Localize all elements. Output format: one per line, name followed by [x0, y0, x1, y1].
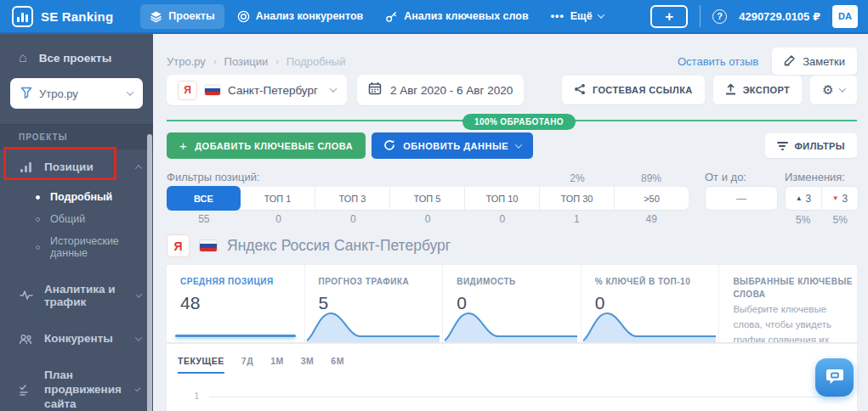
add-keywords-button[interactable]: + ДОБАВИТЬ КЛЮЧЕВЫЕ СЛОВА — [167, 132, 366, 159]
controls-row: Я Санкт-Петербург 2 Авг 2020 - 6 Авг 202… — [167, 75, 857, 105]
metric-card-average-position[interactable]: СРЕДНЯЯ ПОЗИЦИЯ 48 — [167, 265, 304, 342]
filter-tab-over50[interactable]: >50 — [614, 187, 689, 210]
sidebar-subitem-historical[interactable]: Исторические данные — [0, 230, 153, 264]
sidebar-item-analytics-traffic[interactable]: Аналитика и трафик — [0, 274, 153, 317]
export-button[interactable]: ЭКСПОРТ — [713, 76, 803, 104]
date-range-picker[interactable]: 2 Авг 2020 - 6 Авг 2020 — [357, 75, 524, 105]
breadcrumb-positions[interactable]: Позиции — [224, 55, 269, 68]
metric-label: ВЫБРАННЫЕ КЛЮЧЕВЫЕ СЛОВА — [733, 275, 857, 301]
sidebar-scrollbar[interactable] — [147, 134, 152, 411]
breadcrumb-detailed: Подробный — [286, 55, 346, 68]
brand[interactable]: SE Ranking — [12, 6, 113, 27]
period-tab-6m[interactable]: 6М — [331, 356, 344, 374]
sidebar-subitem-overall[interactable]: Общий — [0, 208, 153, 230]
bullet-dot — [36, 245, 40, 250]
period-tab-current[interactable]: ТЕКУЩЕЕ — [178, 356, 224, 374]
count-over50: 49 — [614, 213, 689, 225]
filter-tab-top1[interactable]: ТОП 1 — [241, 187, 315, 210]
refresh-data-button[interactable]: ОБНОВИТЬ ДАННЫЕ — [372, 132, 533, 159]
breadcrumb-row: Утро.ру › Позиции › Подробный Оставить о… — [167, 48, 857, 75]
changes-down-percent: 5% — [822, 214, 859, 226]
target-icon — [237, 10, 250, 23]
avatar[interactable]: DA — [832, 5, 858, 28]
sparkline-chart — [443, 303, 579, 342]
filter-tab-all[interactable]: ВСЕ — [167, 186, 241, 211]
metric-label: % КЛЮЧЕЙ В ТОП-10 — [595, 275, 719, 288]
top-navbar-right: + ? 4290729.0105 ₽ DA — [650, 5, 858, 28]
chart-y-axis-tick: 1 — [187, 391, 199, 401]
report-title: Яндекс Россия Санкт-Петербург — [227, 237, 451, 255]
filter-tab-top10[interactable]: ТОП 10 — [464, 187, 539, 210]
metric-card-selected-keywords[interactable]: ВЫБРАННЫЕ КЛЮЧЕВЫЕ СЛОВА Выберите ключев… — [718, 265, 857, 342]
sidebar-item-positions[interactable]: Позиции — [0, 149, 153, 184]
nav-item-keyword-analysis[interactable]: Анализ ключевых слов — [376, 4, 537, 29]
metric-label: ВИДИМОСТЬ — [457, 275, 581, 288]
home-icon: ⌂ — [19, 51, 27, 65]
metric-cards: СРЕДНЯЯ ПОЗИЦИЯ 48 ПРОГНОЗ ТРАФИКА 5 ВИД… — [167, 265, 857, 342]
top-navbar: SE Ranking Проекты Анализ конкурентов Ан… — [0, 0, 868, 34]
export-icon — [725, 83, 736, 97]
metric-card-keys-in-top10[interactable]: % КЛЮЧЕЙ В ТОП-10 0 — [581, 265, 719, 342]
nav-item-projects[interactable]: Проекты — [140, 4, 224, 29]
calendar-icon — [368, 82, 382, 99]
changes-down-filter[interactable]: ▼ 3 — [821, 187, 858, 210]
sidebar-all-projects[interactable]: ⌂ Все проекты — [0, 34, 153, 65]
filter-tab-top3[interactable]: ТОП 3 — [315, 187, 389, 210]
sparkline-flat — [175, 335, 296, 337]
metric-card-traffic-forecast[interactable]: ПРОГНОЗ ТРАФИКА 5 — [304, 265, 443, 342]
filter-tab-top30[interactable]: ТОП 30 — [539, 187, 614, 210]
notes-button[interactable]: Заметки — [772, 48, 857, 75]
key-icon — [385, 10, 398, 23]
bar-chart-icon — [19, 162, 33, 172]
nav-item-more[interactable]: ••• Ещё — [542, 4, 613, 28]
period-tab-7d[interactable]: 7Д — [241, 356, 253, 374]
period-tab-3m[interactable]: 3М — [301, 356, 315, 374]
sidebar: ⌂ Все проекты Утро.ру ПРОЕКТЫ Позиции По… — [0, 34, 153, 411]
breadcrumb-project[interactable]: Утро.ру — [167, 55, 206, 68]
position-filters: Фильтры позиций: 2% 89% От и до: Изменен… — [153, 168, 868, 228]
top-nav-menu: Проекты Анализ конкурентов Анализ ключев… — [140, 4, 612, 29]
chevron-down-icon — [135, 334, 142, 341]
range-filter-input[interactable]: — — [705, 186, 778, 211]
plus-icon: + — [665, 9, 673, 24]
nav-item-competitor-analysis[interactable]: Анализ конкурентов — [228, 4, 373, 29]
se-ranking-logo-icon — [12, 6, 33, 27]
layers-icon — [150, 10, 162, 23]
period-tab-1m[interactable]: 1М — [270, 356, 284, 374]
feedback-link[interactable]: Оставить отзыв — [678, 55, 758, 68]
breadcrumb-separator: › — [275, 56, 279, 66]
chart-gridline — [209, 397, 838, 397]
bullet-dot — [36, 217, 40, 222]
filter-tab-top5[interactable]: ТОП 5 — [389, 187, 464, 210]
search-engine-selector[interactable]: Я Санкт-Петербург — [167, 75, 347, 105]
account-balance[interactable]: 4290729.0105 ₽ — [739, 10, 820, 23]
filters-button[interactable]: ФИЛЬТРЫ — [765, 133, 857, 158]
russia-flag-icon — [200, 240, 217, 251]
changes-up-filter[interactable]: ▲ 3 — [786, 187, 821, 210]
funnel-icon — [20, 87, 32, 101]
competitors-icon — [19, 333, 33, 345]
chevron-down-icon — [839, 85, 846, 92]
sidebar-item-promotion-plan[interactable]: План продвижения сайта — [0, 360, 151, 411]
count-top30: 1 — [540, 213, 615, 225]
metric-card-visibility[interactable]: ВИДИМОСТЬ 0 — [442, 265, 581, 342]
chevron-down-icon — [127, 88, 133, 95]
divider — [700, 5, 701, 27]
changes-up-percent: 5% — [785, 214, 822, 226]
chat-widget-button[interactable] — [815, 358, 854, 397]
metric-label: СРЕДНЯЯ ПОЗИЦИЯ — [180, 275, 304, 288]
sidebar-section-label: ПРОЕКТЫ — [0, 124, 153, 149]
help-icon[interactable]: ? — [712, 9, 727, 24]
metric-label: ПРОГНОЗ ТРАФИКА — [319, 275, 443, 288]
add-project-button[interactable]: + — [650, 5, 688, 28]
gear-icon: ⚙ — [822, 82, 834, 98]
date-range-value: 2 Авг 2020 - 6 Авг 2020 — [390, 84, 513, 97]
yandex-icon: Я — [167, 234, 190, 257]
project-selector[interactable]: Утро.ру — [10, 78, 143, 109]
sidebar-subitem-detailed[interactable]: Подробный — [0, 186, 153, 208]
guest-link-button[interactable]: ГОСТЕВАЯ ССЫЛКА — [562, 76, 705, 104]
count-top10: 0 — [465, 213, 540, 225]
settings-button[interactable]: ⚙ — [810, 76, 857, 104]
filter-tab-counts: 55 0 0 0 0 1 49 — [167, 213, 689, 225]
sidebar-item-competitors[interactable]: Конкуренты — [0, 324, 153, 353]
